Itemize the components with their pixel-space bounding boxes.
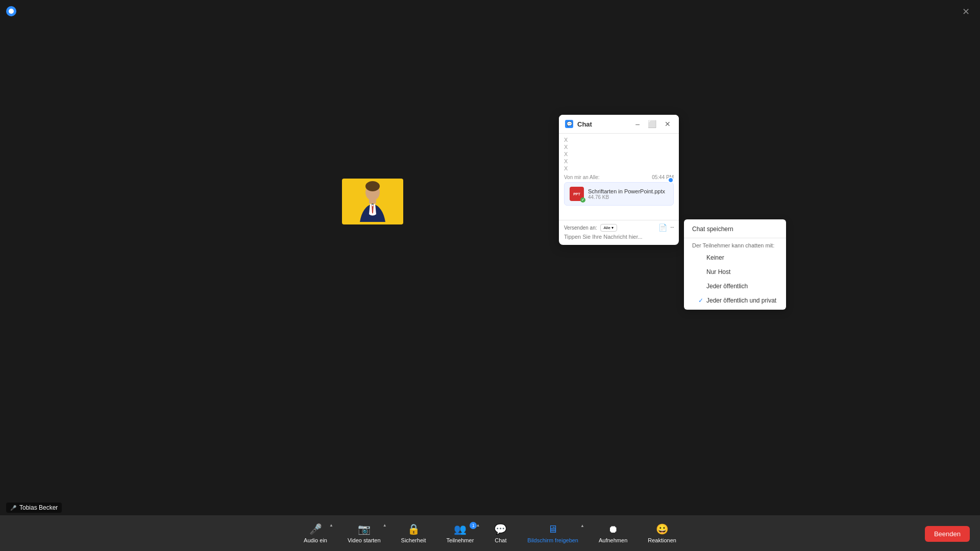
screenshare-icon: 🖥	[548, 523, 558, 535]
audio-label: Audio ein	[304, 537, 327, 543]
chat-footer-icons: 📄 ···	[658, 223, 674, 232]
chat-footer: Versenden an: Alle ▾ 📄 ···	[559, 220, 679, 245]
chat-panel: 💬 Chat – ⬜ ✕ X X X X X Von mir an Alle: …	[559, 115, 679, 245]
chat-close-button[interactable]: ✕	[663, 119, 673, 129]
chat-input-field[interactable]	[564, 232, 674, 242]
file-check-icon: ✓	[580, 197, 585, 203]
video-icon: 📷	[358, 523, 371, 535]
chat-file-attachment[interactable]: PPT ✓ Schriftarten in PowerPoint.pptx 44…	[564, 182, 674, 206]
user-name-bar: 🎤 Tobias Becker	[6, 503, 62, 513]
file-info: Schriftarten in PowerPoint.pptx 44.76 KB	[588, 188, 668, 200]
context-menu-save-chat[interactable]: Chat speichern	[684, 221, 786, 237]
chat-panel-icon: 💬	[565, 120, 573, 128]
context-menu-option-host-only[interactable]: ✓ Nur Host	[684, 265, 786, 279]
end-meeting-button[interactable]: Beenden	[925, 526, 970, 542]
toolbar-video[interactable]: 📷 Video starten ▲	[337, 519, 391, 547]
context-menu-option-public-private[interactable]: ✓ Jeder öffentlich und privat	[684, 293, 786, 308]
audio-caret-icon: ▲	[329, 523, 333, 528]
chat-placeholder-row-3: X	[564, 151, 674, 157]
option-nobody-label: Keiner	[706, 254, 724, 261]
chat-panel-header: 💬 Chat – ⬜ ✕	[559, 115, 679, 134]
scroll-indicator	[668, 177, 674, 183]
main-video-area: ✕ 💬 Chat –	[0, 0, 980, 551]
security-label: Sicherheit	[401, 537, 426, 543]
toolbar-audio[interactable]: 🎤 Audio ein ▲	[293, 519, 337, 547]
svg-point-1	[365, 181, 380, 191]
checkmark-public-private: ✓	[698, 297, 703, 304]
toolbar-screenshare[interactable]: 🖥 Bildschirm freigeben ▲	[517, 519, 589, 547]
chat-dropdown-arrow: ▾	[611, 226, 614, 230]
chat-panel-title: Chat	[577, 120, 629, 128]
context-menu-option-nobody[interactable]: ✓ Keiner	[684, 251, 786, 265]
chat-message-meta: Von mir an Alle: 05:44 PM	[564, 174, 674, 180]
chat-file-icon[interactable]: 📄	[658, 223, 667, 232]
toolbar-participants[interactable]: 👥 Teilnehmer ▲ 1	[436, 519, 484, 547]
chat-icon: 💬	[494, 523, 507, 535]
zoom-app-icon	[6, 6, 16, 16]
video-caret-icon: ▲	[383, 523, 387, 528]
reactions-icon: 😀	[656, 523, 669, 535]
user-name-label: Tobias Becker	[19, 504, 58, 511]
chat-messages-area: X X X X X Von mir an Alle: 05:44 PM PPT …	[559, 134, 679, 220]
toolbar-security[interactable]: 🔒 Sicherheit	[391, 519, 436, 547]
option-public-private-label: Jeder öffentlich und privat	[706, 297, 776, 304]
chat-context-menu: Chat speichern Der Teilnehmer kann chatt…	[684, 219, 786, 310]
toolbar-reactions[interactable]: 😀 Reaktionen	[638, 519, 687, 547]
context-menu-section-label: Der Teilnehmer kann chatten mit:	[684, 239, 786, 251]
chat-send-row: Versenden an: Alle ▾ 📄 ···	[564, 223, 674, 232]
file-size: 44.76 KB	[588, 194, 668, 200]
user-mic-icon: 🎤	[10, 505, 16, 511]
option-public-label: Jeder öffentlich	[706, 283, 748, 290]
toolbar-chat[interactable]: 💬 Chat	[484, 519, 517, 547]
chat-send-to-value: Alle	[604, 226, 610, 230]
chat-maximize-button[interactable]: ⬜	[646, 119, 658, 129]
chat-minimize-button[interactable]: –	[633, 119, 642, 129]
participant-thumbnail	[342, 179, 403, 224]
option-host-only-label: Nur Host	[706, 268, 730, 276]
participants-badge: 1	[470, 522, 477, 529]
context-menu-separator	[684, 238, 786, 238]
chat-send-to-dropdown[interactable]: Alle ▾	[600, 224, 617, 232]
chat-more-icon[interactable]: ···	[670, 223, 674, 232]
pptx-file-icon: PPT ✓	[570, 187, 584, 201]
video-label: Video starten	[348, 537, 381, 543]
screenshare-label: Bildschirm freigeben	[527, 537, 578, 543]
bottom-toolbar: 🎤 Audio ein ▲ 📷 Video starten ▲ 🔒 Sicher…	[0, 515, 980, 551]
reactions-label: Reaktionen	[648, 537, 676, 543]
participants-label: Teilnehmer	[447, 537, 474, 543]
record-label: Aufnehmen	[599, 537, 627, 543]
chat-placeholder-row-1: X	[564, 137, 674, 143]
chat-placeholder-row-2: X	[564, 144, 674, 150]
window-close-button[interactable]: ✕	[962, 6, 970, 17]
chat-header-buttons: – ⬜ ✕	[633, 119, 673, 129]
screenshare-caret-icon: ▲	[580, 523, 584, 528]
chat-message-from: Von mir an Alle:	[564, 174, 599, 180]
record-icon: ⏺	[608, 523, 618, 535]
chat-placeholder-row-4: X	[564, 158, 674, 164]
context-menu-option-public[interactable]: ✓ Jeder öffentlich	[684, 279, 786, 293]
participants-icon: 👥	[454, 523, 467, 535]
toolbar-record[interactable]: ⏺ Aufnehmen	[589, 519, 638, 547]
chat-send-label: Versenden an:	[564, 225, 597, 231]
svg-rect-2	[369, 199, 376, 204]
file-name: Schriftarten in PowerPoint.pptx	[588, 188, 668, 194]
security-icon: 🔒	[407, 523, 420, 535]
audio-icon: 🎤	[309, 523, 322, 535]
chat-placeholder-row-5: X	[564, 165, 674, 171]
chat-label: Chat	[495, 537, 506, 543]
